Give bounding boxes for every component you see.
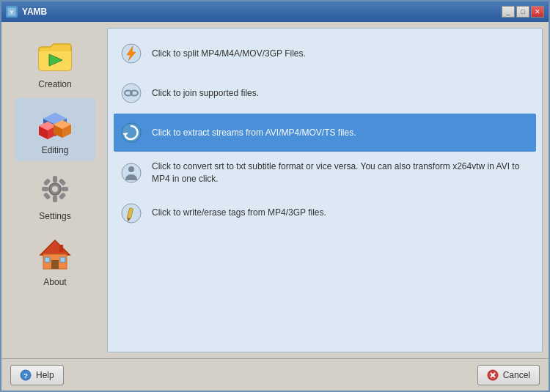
svg-rect-17 xyxy=(45,257,50,262)
sidebar-editing-label: Editing xyxy=(42,145,69,155)
join-icon xyxy=(120,81,143,105)
about-icon xyxy=(36,236,74,274)
svg-rect-6 xyxy=(53,196,57,202)
svg-point-4 xyxy=(52,186,58,192)
sidebar-settings-label: Settings xyxy=(39,211,70,221)
window-controls: _ □ ✕ xyxy=(502,6,544,18)
close-button[interactable]: ✕ xyxy=(531,6,544,18)
split-icon xyxy=(120,42,143,65)
cancel-label: Cancel xyxy=(503,370,530,380)
menu-item-extract[interactable]: Click to extract streams from AVI/MP4/MO… xyxy=(114,114,536,152)
tags-icon xyxy=(120,201,143,225)
main-window: Y YAMB _ □ ✕ xyxy=(0,0,550,392)
menu-item-split[interactable]: Click to split MP4/M4A/MOV/3GP Files. xyxy=(114,34,536,73)
join-text: Click to join supported files. xyxy=(152,87,259,100)
menu-item-subtitle[interactable]: Click to convert srt to txt subtitle for… xyxy=(114,153,536,193)
sidebar: Creation xyxy=(7,28,103,352)
help-button[interactable]: ? Help xyxy=(10,365,64,385)
sidebar-item-editing[interactable]: Editing xyxy=(15,98,95,161)
svg-text:?: ? xyxy=(23,372,28,380)
extract-icon xyxy=(120,121,143,144)
creation-icon xyxy=(36,38,74,76)
help-icon: ? xyxy=(20,369,32,381)
svg-point-27 xyxy=(128,166,134,172)
svg-rect-5 xyxy=(53,176,57,182)
svg-marker-13 xyxy=(40,240,70,255)
sidebar-item-settings[interactable]: Settings xyxy=(15,164,95,227)
svg-rect-14 xyxy=(59,245,63,252)
app-icon: Y xyxy=(6,6,18,18)
settings-icon xyxy=(36,170,74,208)
subtitle-text: Click to convert srt to txt subtitle for… xyxy=(152,160,530,185)
help-label: Help xyxy=(36,370,54,380)
sidebar-item-creation[interactable]: Creation xyxy=(15,32,95,95)
footer: ? Help Cancel xyxy=(1,358,549,391)
sidebar-item-about[interactable]: About xyxy=(15,230,95,293)
split-text: Click to split MP4/M4A/MOV/3GP Files. xyxy=(152,48,306,60)
svg-rect-7 xyxy=(42,187,48,191)
svg-rect-8 xyxy=(62,187,68,191)
extract-text: Click to extract streams from AVI/MP4/MO… xyxy=(152,127,356,139)
minimize-button[interactable]: _ xyxy=(502,6,515,18)
svg-rect-11 xyxy=(43,192,51,200)
main-content: Creation xyxy=(1,22,549,358)
titlebar: Y YAMB _ □ ✕ xyxy=(1,1,549,22)
cancel-icon xyxy=(487,369,499,381)
svg-rect-16 xyxy=(51,260,59,269)
svg-text:Y: Y xyxy=(10,9,14,15)
menu-item-tags[interactable]: Click to write/erase tags from MP4/3GP f… xyxy=(114,194,536,232)
subtitle-icon xyxy=(120,161,143,185)
svg-rect-9 xyxy=(43,178,51,186)
cancel-button[interactable]: Cancel xyxy=(477,365,540,385)
svg-rect-18 xyxy=(60,257,65,262)
maximize-button[interactable]: □ xyxy=(516,6,529,18)
menu-item-join[interactable]: Click to join supported files. xyxy=(114,74,536,112)
content-panel: Click to split MP4/M4A/MOV/3GP Files. Cl… xyxy=(107,28,543,352)
sidebar-creation-label: Creation xyxy=(38,79,71,89)
sidebar-about-label: About xyxy=(43,277,66,287)
tags-text: Click to write/erase tags from MP4/3GP f… xyxy=(152,207,326,219)
window-title: YAMB xyxy=(22,7,47,17)
editing-icon xyxy=(36,104,74,142)
titlebar-title-group: Y YAMB xyxy=(6,6,47,18)
